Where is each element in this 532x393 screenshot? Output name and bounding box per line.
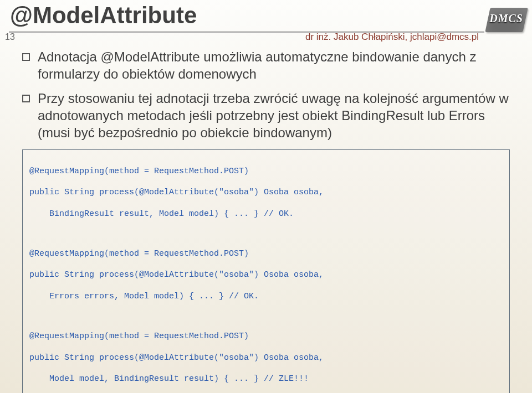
code-line: Model model, BindingResult result) { ...… — [29, 374, 503, 384]
slide-content: Adnotacja @ModelAttribute umożliwia auto… — [22, 49, 510, 393]
slide-title: @ModelAttribute — [10, 2, 197, 29]
dmcs-logo-text: DMCS — [489, 12, 523, 25]
code-line: @RequestMapping(method = RequestMethod.P… — [29, 331, 503, 342]
page-number: 13 — [0, 32, 20, 42]
code-line: public String process(@ModelAttribute("o… — [29, 187, 503, 198]
code-line: BindingResult result, Model model) { ...… — [29, 209, 503, 219]
bullet-marker-icon — [22, 53, 30, 61]
code-line: @RequestMapping(method = RequestMethod.P… — [29, 166, 503, 177]
code-line: public String process(@ModelAttribute("o… — [29, 353, 503, 363]
code-blank-line — [29, 230, 503, 238]
bullet-text: Przy stosowaniu tej adnotacji trzeba zwr… — [38, 90, 510, 141]
bullet-marker-icon — [22, 95, 30, 102]
code-line: @RequestMapping(method = RequestMethod.P… — [29, 249, 503, 259]
code-block: @RequestMapping(method = RequestMethod.P… — [22, 149, 510, 393]
bullet-item: Przy stosowaniu tej adnotacji trzeba zwr… — [22, 90, 510, 141]
code-line: public String process(@ModelAttribute("o… — [29, 270, 503, 280]
code-blank-line — [29, 312, 503, 320]
bullet-item: Adnotacja @ModelAttribute umożliwia auto… — [22, 49, 510, 82]
code-line: Errors errors, Model model) { ... } // O… — [29, 291, 503, 302]
byline: dr inż. Jakub Chłapiński, jchlapi@dmcs.p… — [303, 32, 481, 43]
bullet-text: Adnotacja @ModelAttribute umożliwia auto… — [38, 49, 510, 82]
